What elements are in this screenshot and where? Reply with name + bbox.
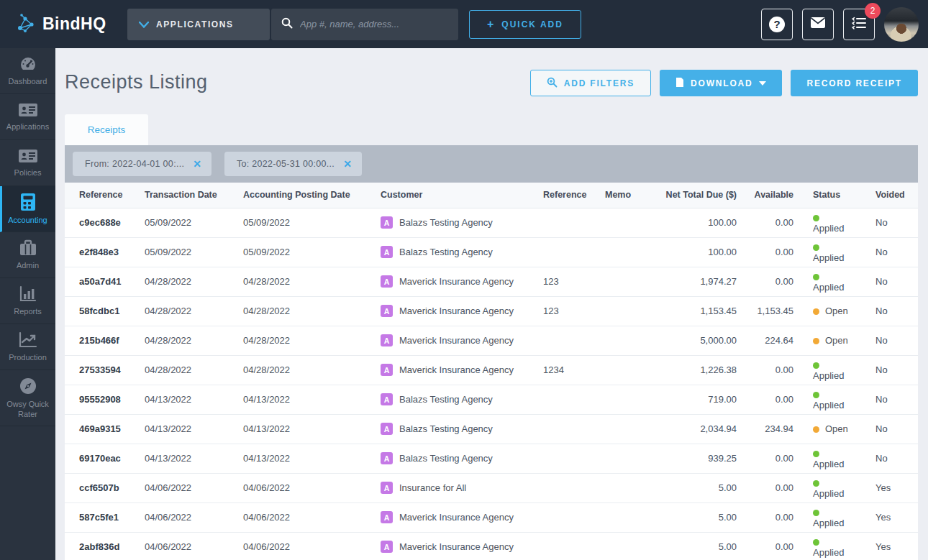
available: 0.00 <box>737 444 793 473</box>
receipt-reference[interactable]: 69170eac <box>65 444 145 473</box>
module-selector-dropdown[interactable]: APPLICATIONS <box>127 9 270 40</box>
voided: No <box>856 237 918 267</box>
customer-cell[interactable]: AMaverick Insurance Agency <box>381 326 543 355</box>
agency-badge: A <box>381 305 393 317</box>
help-icon: ? <box>769 17 785 32</box>
customer-cell[interactable]: ABalazs Testing Agency <box>381 444 543 473</box>
status-cell: Open <box>793 296 856 326</box>
bindhq-logo[interactable]: BindHQ <box>16 12 124 37</box>
download-button[interactable]: DOWNLOAD <box>660 70 782 96</box>
sidebar-nav: DashboardApplicationsPoliciesAccountingA… <box>0 48 55 560</box>
agency-badge: A <box>381 393 393 405</box>
user-avatar[interactable] <box>884 7 919 42</box>
receipt-reference[interactable]: 2abf836d <box>65 532 145 560</box>
sidebar-item-reports[interactable]: Reports <box>0 278 55 324</box>
sidebar-item-accounting[interactable]: Accounting <box>0 186 55 232</box>
customer-cell[interactable]: AMaverick Insurance Agency <box>381 296 543 326</box>
net-total-due: 5.00 <box>658 502 737 532</box>
receipt-reference[interactable]: 95552908 <box>65 385 145 414</box>
posting-date: 04/28/2022 <box>243 326 381 355</box>
net-total-due: 5,000.00 <box>658 326 737 355</box>
receipt-reference[interactable]: ccf6507b <box>65 473 145 502</box>
status-cell: Applied <box>793 385 856 414</box>
customer-cell[interactable]: ABalazs Testing Agency <box>381 208 543 237</box>
receipt-reference[interactable]: 469a9315 <box>65 414 145 444</box>
available: 0.00 <box>737 237 793 267</box>
help-button[interactable]: ? <box>761 9 793 40</box>
main-content: Receipts Listing ADD FILTERS DOWNLOAD RE… <box>55 48 918 560</box>
table-row[interactable]: 2753359404/28/202204/28/2022AMaverick In… <box>65 355 918 385</box>
agency-badge: A <box>381 275 393 288</box>
customer-cell[interactable]: ABalazs Testing Agency <box>381 237 543 267</box>
sidebar-item-label: Admin <box>17 260 39 270</box>
table-row[interactable]: 2abf836d04/06/202204/06/2022AMaverick In… <box>65 532 918 560</box>
sidebar-item-policies[interactable]: Policies <box>0 140 55 186</box>
record-receipt-button[interactable]: RECORD RECEIPT <box>791 70 918 96</box>
reference2 <box>543 326 605 355</box>
quick-add-button[interactable]: + QUICK ADD <box>469 10 581 39</box>
sidebar-item-production[interactable]: Production <box>0 324 55 370</box>
sidebar-item-owsy-quick-rater[interactable]: Owsy Quick Rater <box>0 370 55 426</box>
memo <box>605 267 658 296</box>
table-row[interactable]: a50a7d4104/28/202204/28/2022AMaverick In… <box>65 267 918 296</box>
receipt-reference[interactable]: 58fcdbc1 <box>65 296 145 326</box>
sidebar-item-applications[interactable]: Applications <box>0 94 55 140</box>
remove-filter-icon[interactable]: ✕ <box>343 158 352 170</box>
net-total-due: 719.00 <box>658 385 737 414</box>
receipt-reference[interactable]: 215b466f <box>65 326 145 355</box>
voided: No <box>856 296 918 326</box>
customer-cell[interactable]: AMaverick Insurance Agency <box>381 355 543 385</box>
memo <box>605 444 658 473</box>
column-header: Reference <box>65 183 145 208</box>
table-row[interactable]: e2f848e305/09/202205/09/2022ABalazs Test… <box>65 237 918 267</box>
global-search <box>271 9 458 40</box>
memo <box>605 385 658 414</box>
table-row[interactable]: 215b466f04/28/202204/28/2022AMaverick In… <box>65 326 918 355</box>
receipt-reference[interactable]: a50a7d41 <box>65 267 145 296</box>
table-row[interactable]: 469a931504/13/202204/13/2022ABalazs Test… <box>65 414 918 444</box>
id-card-icon <box>18 102 38 118</box>
receipt-reference[interactable]: e2f848e3 <box>65 237 145 267</box>
table-row[interactable]: 587c5fe104/06/202204/06/2022AMaverick In… <box>65 502 918 532</box>
status-cell: Open <box>793 326 856 355</box>
column-header: Status <box>793 183 856 208</box>
sidebar-item-admin[interactable]: Admin <box>0 232 55 278</box>
status-badge: Applied <box>813 223 844 234</box>
tab-receipts[interactable]: Receipts <box>65 114 148 145</box>
customer-cell[interactable]: AInsurance for All <box>381 473 543 502</box>
customer-cell[interactable]: ABalazs Testing Agency <box>381 385 543 414</box>
receipt-reference[interactable]: 587c5fe1 <box>65 502 145 532</box>
status-dot-icon <box>813 215 819 221</box>
table-row[interactable]: ccf6507b04/06/202204/06/2022AInsurance f… <box>65 473 918 502</box>
customer-cell[interactable]: ABalazs Testing Agency <box>381 414 543 444</box>
table-row[interactable]: 69170eac04/13/202204/13/2022ABalazs Test… <box>65 444 918 473</box>
customer-name: Insurance for All <box>399 482 466 493</box>
search-input[interactable] <box>300 19 437 29</box>
net-total-due: 1,226.38 <box>658 355 737 385</box>
receipt-reference[interactable]: c9ec688e <box>65 208 145 237</box>
add-filters-button[interactable]: ADD FILTERS <box>530 70 651 96</box>
table-row[interactable]: c9ec688e05/09/202205/09/2022ABalazs Test… <box>65 208 918 237</box>
available: 0.00 <box>737 267 793 296</box>
sidebar-item-dashboard[interactable]: Dashboard <box>0 48 55 94</box>
memo <box>605 414 658 444</box>
receipt-reference[interactable]: 27533594 <box>65 355 145 385</box>
net-total-due: 100.00 <box>658 237 737 267</box>
status-badge: Applied <box>813 400 844 410</box>
table-row[interactable]: 58fcdbc104/28/202204/28/2022AMaverick In… <box>65 296 918 326</box>
table-row[interactable]: 9555290804/13/202204/13/2022ABalazs Test… <box>65 385 918 414</box>
customer-cell[interactable]: AMaverick Insurance Agency <box>381 502 543 532</box>
file-icon <box>675 77 684 90</box>
remove-filter-icon[interactable]: ✕ <box>193 158 201 170</box>
customer-name: Balazs Testing Agency <box>399 394 493 405</box>
transaction-date: 04/28/2022 <box>145 326 243 355</box>
tasks-button[interactable]: 2 <box>843 9 875 40</box>
reference2 <box>543 444 605 473</box>
customer-cell[interactable]: AMaverick Insurance Agency <box>381 267 543 296</box>
status-dot-icon <box>813 392 819 398</box>
status-dot-icon <box>813 274 819 280</box>
customer-cell[interactable]: AMaverick Insurance Agency <box>381 532 543 560</box>
status-dot-icon <box>813 451 819 457</box>
sidebar-item-label: Owsy Quick Rater <box>3 399 53 420</box>
messages-button[interactable] <box>802 9 834 40</box>
